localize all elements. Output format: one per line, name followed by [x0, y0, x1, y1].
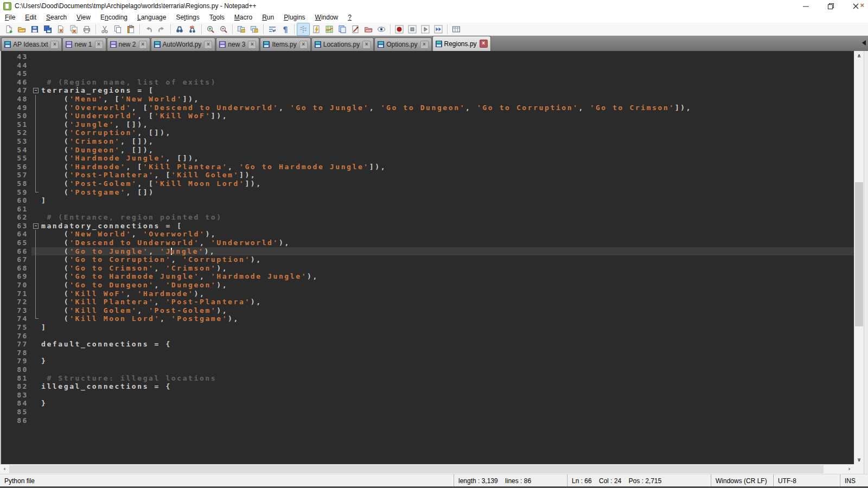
code-line-65[interactable]: 65 ('Descend to Underworld', 'Underworld… — [1, 239, 854, 247]
close-document-x-icon[interactable]: × — [860, 1, 864, 9]
code-line-60[interactable]: 60] — [1, 196, 854, 205]
zoom-out-button[interactable] — [217, 23, 230, 36]
code-line-86[interactable]: 86 — [1, 416, 854, 425]
menu-settings[interactable]: Settings — [171, 12, 204, 22]
menu-edit[interactable]: Edit — [20, 12, 41, 22]
function-list-button[interactable] — [310, 23, 323, 36]
code-line-84[interactable]: 84} — [1, 399, 854, 408]
editor-pane[interactable]: 43444546 # (Region name, list of exits)4… — [0, 51, 854, 464]
code-line-83[interactable]: 83 — [1, 391, 854, 400]
code-line-76[interactable]: 76 — [1, 332, 854, 341]
fold-collapse-icon[interactable] — [31, 222, 41, 230]
scroll-left-arrow-icon[interactable]: ‹ — [0, 465, 10, 474]
code-line-75[interactable]: 75] — [1, 323, 854, 332]
tab-regions-py[interactable]: Regions.py× — [432, 36, 491, 51]
code-line-50[interactable]: 50 ('Underworld', ['Kill WoF']), — [1, 112, 854, 120]
paste-button[interactable] — [124, 23, 137, 36]
cut-button[interactable] — [98, 23, 111, 36]
menu-language[interactable]: Language — [132, 12, 171, 22]
menu-tools[interactable]: Tools — [205, 12, 229, 22]
code-line-74[interactable]: 74 ('Kill Moon Lord', 'Postgame'), — [1, 314, 854, 323]
code-line-85[interactable]: 85 — [1, 408, 854, 416]
code-line-79[interactable]: 79} — [1, 357, 854, 365]
close-tab-icon[interactable]: × — [139, 41, 147, 49]
code-line-47[interactable]: 47terraria_regions = [ — [1, 86, 854, 95]
horizontal-scrollbar-thumb[interactable] — [10, 465, 824, 473]
code-line-52[interactable]: 52 ('Corruption', []), — [1, 129, 854, 137]
close-tab-icon[interactable]: × — [50, 41, 59, 49]
zoom-in-button[interactable] — [204, 23, 217, 36]
code-line-78[interactable]: 78 — [1, 349, 854, 357]
monitoring-button[interactable] — [349, 23, 362, 36]
scroll-right-arrow-icon[interactable]: › — [845, 465, 854, 474]
folder-as-workspace-button[interactable] — [362, 23, 375, 36]
word-wrap-button[interactable] — [266, 23, 279, 36]
code-line-46[interactable]: 46 # (Region name, list of exits) — [1, 78, 854, 87]
code-line-51[interactable]: 51 ('Jungle', []), — [1, 120, 854, 129]
show-indent-guide-button[interactable] — [297, 23, 310, 36]
scroll-up-arrow-icon[interactable]: ∧ — [854, 51, 864, 60]
code-line-81[interactable]: 81 # Structure: illegal locations — [1, 374, 854, 383]
close-all-button[interactable] — [67, 23, 80, 36]
close-button[interactable] — [54, 23, 67, 36]
tab-new-2[interactable]: new 2× — [107, 37, 150, 51]
sync-horizontal-scroll-button[interactable] — [248, 23, 261, 36]
macro-save-button[interactable] — [450, 23, 463, 36]
code-line-44[interactable]: 44 — [1, 61, 854, 70]
restore-button[interactable] — [818, 0, 843, 12]
code-line-48[interactable]: 48 ('Menu', ['New World']), — [1, 95, 854, 104]
close-tab-icon[interactable]: × — [362, 41, 371, 49]
code-line-82[interactable]: 82illegal_connections = { — [1, 382, 854, 391]
code-line-62[interactable]: 62 # (Entrance, region pointed to) — [1, 213, 854, 222]
code-line-59[interactable]: 59 ('Postgame', []) — [1, 188, 854, 197]
tab-locations-py[interactable]: Locations.py× — [311, 37, 374, 51]
code-line-73[interactable]: 73 ('Kill Golem', 'Post-Golem'), — [1, 306, 854, 315]
tab-ap-ideas-txt[interactable]: AP Ideas.txt× — [1, 37, 62, 51]
tab-overflow-arrow-icon[interactable] — [862, 40, 866, 46]
code-line-71[interactable]: 71 ('Kill WoF', 'Hardmode'), — [1, 290, 854, 298]
tab-options-py[interactable]: Options.py× — [374, 37, 431, 51]
close-tab-icon[interactable]: × — [480, 40, 488, 48]
menu-run[interactable]: Run — [257, 12, 279, 22]
redo-button[interactable] — [155, 23, 168, 36]
macro-stop-button[interactable] — [406, 23, 419, 36]
code-line-61[interactable]: 61 — [1, 205, 854, 214]
code-line-77[interactable]: 77default_connections = { — [1, 340, 854, 349]
code-line-67[interactable]: 67 ('Go to Corruption', 'Corruption'), — [1, 255, 854, 264]
tab-new-1[interactable]: new 1× — [62, 37, 106, 51]
show-all-characters-button[interactable]: ¶ — [279, 23, 292, 36]
menu-macro[interactable]: Macro — [229, 12, 257, 22]
open-file-button[interactable] — [15, 23, 28, 36]
view-in-browser-button[interactable] — [375, 23, 388, 36]
code-line-80[interactable]: 80 — [1, 365, 854, 374]
close-tab-icon[interactable]: × — [420, 41, 429, 49]
replace-button[interactable]: ab — [186, 23, 199, 36]
code-line-56[interactable]: 56 ('Hardmode', ['Kill Plantera', 'Go to… — [1, 163, 854, 171]
code-line-54[interactable]: 54 ('Dungeon', []), — [1, 146, 854, 155]
close-window-button[interactable] — [843, 0, 868, 12]
menu-window[interactable]: Window — [310, 12, 343, 22]
tab-autoworld-py[interactable]: AutoWorld.py× — [151, 37, 216, 51]
code-line-70[interactable]: 70 ('Go to Dungeon', 'Dungeon'), — [1, 281, 854, 290]
vertical-scrollbar[interactable]: ∧ ∨ — [854, 51, 864, 464]
copy-button[interactable] — [111, 23, 124, 36]
find-button[interactable] — [173, 23, 186, 36]
macro-play-button[interactable] — [419, 23, 432, 36]
tab-new-3[interactable]: new 3× — [216, 37, 259, 51]
close-tab-icon[interactable]: × — [204, 41, 212, 49]
code-line-72[interactable]: 72 ('Kill Plantera', 'Post-Plantera'), — [1, 298, 854, 306]
menu-?[interactable]: ? — [343, 12, 356, 22]
document-map-button[interactable] — [323, 23, 336, 36]
close-tab-icon[interactable]: × — [299, 41, 308, 49]
sync-vertical-scroll-button[interactable] — [235, 23, 248, 36]
code-line-69[interactable]: 69 ('Go to Hardmode Jungle', 'Hardmode J… — [1, 272, 854, 281]
menu-plugins[interactable]: Plugins — [279, 12, 310, 22]
code-line-45[interactable]: 45 — [1, 69, 854, 78]
menu-file[interactable]: File — [0, 12, 20, 22]
code-line-63[interactable]: 63mandatory_connections = [ — [1, 222, 854, 230]
code-line-43[interactable]: 43 — [1, 53, 854, 61]
code-line-57[interactable]: 57 ('Post-Plantera', ['Kill Golem']), — [1, 171, 854, 179]
print-button[interactable] — [80, 23, 93, 36]
code-line-68[interactable]: 68 ('Go to Crimson', 'Crimson'), — [1, 264, 854, 273]
undo-button[interactable] — [142, 23, 155, 36]
